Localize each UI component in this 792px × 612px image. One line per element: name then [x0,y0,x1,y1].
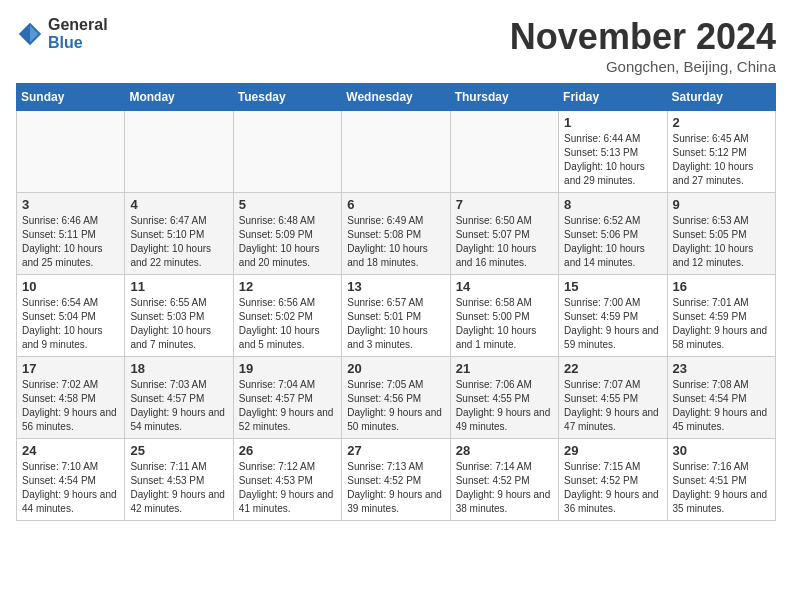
day-info: Sunrise: 6:46 AMSunset: 5:11 PMDaylight:… [22,214,119,270]
column-header-sunday: Sunday [17,84,125,111]
day-info: Sunrise: 7:11 AMSunset: 4:53 PMDaylight:… [130,460,227,516]
day-info: Sunrise: 7:00 AMSunset: 4:59 PMDaylight:… [564,296,661,352]
calendar-day: 2Sunrise: 6:45 AMSunset: 5:12 PMDaylight… [667,111,775,193]
day-info: Sunrise: 7:10 AMSunset: 4:54 PMDaylight:… [22,460,119,516]
day-info: Sunrise: 7:13 AMSunset: 4:52 PMDaylight:… [347,460,444,516]
day-number: 22 [564,361,661,376]
day-info: Sunrise: 7:02 AMSunset: 4:58 PMDaylight:… [22,378,119,434]
day-info: Sunrise: 7:08 AMSunset: 4:54 PMDaylight:… [673,378,770,434]
day-number: 7 [456,197,553,212]
title-area: November 2024 Gongchen, Beijing, China [510,16,776,75]
calendar-day [450,111,558,193]
calendar-day: 12Sunrise: 6:56 AMSunset: 5:02 PMDayligh… [233,275,341,357]
column-header-wednesday: Wednesday [342,84,450,111]
day-number: 10 [22,279,119,294]
logo-icon [16,20,44,48]
calendar-day: 18Sunrise: 7:03 AMSunset: 4:57 PMDayligh… [125,357,233,439]
day-info: Sunrise: 6:56 AMSunset: 5:02 PMDaylight:… [239,296,336,352]
day-info: Sunrise: 7:06 AMSunset: 4:55 PMDaylight:… [456,378,553,434]
day-number: 11 [130,279,227,294]
calendar-day: 15Sunrise: 7:00 AMSunset: 4:59 PMDayligh… [559,275,667,357]
column-header-thursday: Thursday [450,84,558,111]
calendar-day [342,111,450,193]
calendar-day: 10Sunrise: 6:54 AMSunset: 5:04 PMDayligh… [17,275,125,357]
calendar-day: 27Sunrise: 7:13 AMSunset: 4:52 PMDayligh… [342,439,450,521]
calendar-day: 14Sunrise: 6:58 AMSunset: 5:00 PMDayligh… [450,275,558,357]
calendar-day: 26Sunrise: 7:12 AMSunset: 4:53 PMDayligh… [233,439,341,521]
logo-blue-text: Blue [48,34,108,52]
day-info: Sunrise: 6:45 AMSunset: 5:12 PMDaylight:… [673,132,770,188]
calendar-day: 9Sunrise: 6:53 AMSunset: 5:05 PMDaylight… [667,193,775,275]
day-number: 19 [239,361,336,376]
day-info: Sunrise: 7:01 AMSunset: 4:59 PMDaylight:… [673,296,770,352]
calendar-day: 7Sunrise: 6:50 AMSunset: 5:07 PMDaylight… [450,193,558,275]
column-header-saturday: Saturday [667,84,775,111]
logo-general-text: General [48,16,108,34]
day-number: 30 [673,443,770,458]
day-number: 28 [456,443,553,458]
day-number: 9 [673,197,770,212]
day-info: Sunrise: 7:05 AMSunset: 4:56 PMDaylight:… [347,378,444,434]
day-number: 8 [564,197,661,212]
day-number: 12 [239,279,336,294]
day-info: Sunrise: 7:03 AMSunset: 4:57 PMDaylight:… [130,378,227,434]
week-row-5: 24Sunrise: 7:10 AMSunset: 4:54 PMDayligh… [17,439,776,521]
calendar-day: 13Sunrise: 6:57 AMSunset: 5:01 PMDayligh… [342,275,450,357]
day-info: Sunrise: 7:14 AMSunset: 4:52 PMDaylight:… [456,460,553,516]
calendar-table: SundayMondayTuesdayWednesdayThursdayFrid… [16,83,776,521]
day-info: Sunrise: 7:16 AMSunset: 4:51 PMDaylight:… [673,460,770,516]
day-info: Sunrise: 7:07 AMSunset: 4:55 PMDaylight:… [564,378,661,434]
week-row-4: 17Sunrise: 7:02 AMSunset: 4:58 PMDayligh… [17,357,776,439]
day-number: 16 [673,279,770,294]
column-header-tuesday: Tuesday [233,84,341,111]
calendar-day: 19Sunrise: 7:04 AMSunset: 4:57 PMDayligh… [233,357,341,439]
day-number: 4 [130,197,227,212]
month-title: November 2024 [510,16,776,58]
calendar-day: 30Sunrise: 7:16 AMSunset: 4:51 PMDayligh… [667,439,775,521]
day-info: Sunrise: 7:04 AMSunset: 4:57 PMDaylight:… [239,378,336,434]
day-number: 23 [673,361,770,376]
day-number: 17 [22,361,119,376]
day-info: Sunrise: 7:15 AMSunset: 4:52 PMDaylight:… [564,460,661,516]
calendar-day: 24Sunrise: 7:10 AMSunset: 4:54 PMDayligh… [17,439,125,521]
day-number: 25 [130,443,227,458]
day-info: Sunrise: 6:57 AMSunset: 5:01 PMDaylight:… [347,296,444,352]
day-number: 24 [22,443,119,458]
day-info: Sunrise: 7:12 AMSunset: 4:53 PMDaylight:… [239,460,336,516]
column-header-friday: Friday [559,84,667,111]
calendar-day: 28Sunrise: 7:14 AMSunset: 4:52 PMDayligh… [450,439,558,521]
day-number: 2 [673,115,770,130]
day-number: 27 [347,443,444,458]
calendar-day [125,111,233,193]
calendar-day: 29Sunrise: 7:15 AMSunset: 4:52 PMDayligh… [559,439,667,521]
logo-text: General Blue [48,16,108,51]
day-number: 21 [456,361,553,376]
calendar-day: 22Sunrise: 7:07 AMSunset: 4:55 PMDayligh… [559,357,667,439]
day-number: 15 [564,279,661,294]
location: Gongchen, Beijing, China [510,58,776,75]
calendar-day: 23Sunrise: 7:08 AMSunset: 4:54 PMDayligh… [667,357,775,439]
calendar-day: 11Sunrise: 6:55 AMSunset: 5:03 PMDayligh… [125,275,233,357]
calendar-day: 8Sunrise: 6:52 AMSunset: 5:06 PMDaylight… [559,193,667,275]
day-number: 29 [564,443,661,458]
day-info: Sunrise: 6:53 AMSunset: 5:05 PMDaylight:… [673,214,770,270]
day-info: Sunrise: 6:49 AMSunset: 5:08 PMDaylight:… [347,214,444,270]
week-row-3: 10Sunrise: 6:54 AMSunset: 5:04 PMDayligh… [17,275,776,357]
calendar-day: 25Sunrise: 7:11 AMSunset: 4:53 PMDayligh… [125,439,233,521]
week-row-1: 1Sunrise: 6:44 AMSunset: 5:13 PMDaylight… [17,111,776,193]
calendar-day [233,111,341,193]
day-info: Sunrise: 6:52 AMSunset: 5:06 PMDaylight:… [564,214,661,270]
calendar-day: 5Sunrise: 6:48 AMSunset: 5:09 PMDaylight… [233,193,341,275]
day-info: Sunrise: 6:48 AMSunset: 5:09 PMDaylight:… [239,214,336,270]
day-number: 18 [130,361,227,376]
day-number: 20 [347,361,444,376]
column-header-monday: Monday [125,84,233,111]
day-info: Sunrise: 6:54 AMSunset: 5:04 PMDaylight:… [22,296,119,352]
day-info: Sunrise: 6:44 AMSunset: 5:13 PMDaylight:… [564,132,661,188]
day-number: 14 [456,279,553,294]
calendar-day: 1Sunrise: 6:44 AMSunset: 5:13 PMDaylight… [559,111,667,193]
logo: General Blue [16,16,108,51]
day-info: Sunrise: 6:47 AMSunset: 5:10 PMDaylight:… [130,214,227,270]
calendar-day: 6Sunrise: 6:49 AMSunset: 5:08 PMDaylight… [342,193,450,275]
day-info: Sunrise: 6:50 AMSunset: 5:07 PMDaylight:… [456,214,553,270]
